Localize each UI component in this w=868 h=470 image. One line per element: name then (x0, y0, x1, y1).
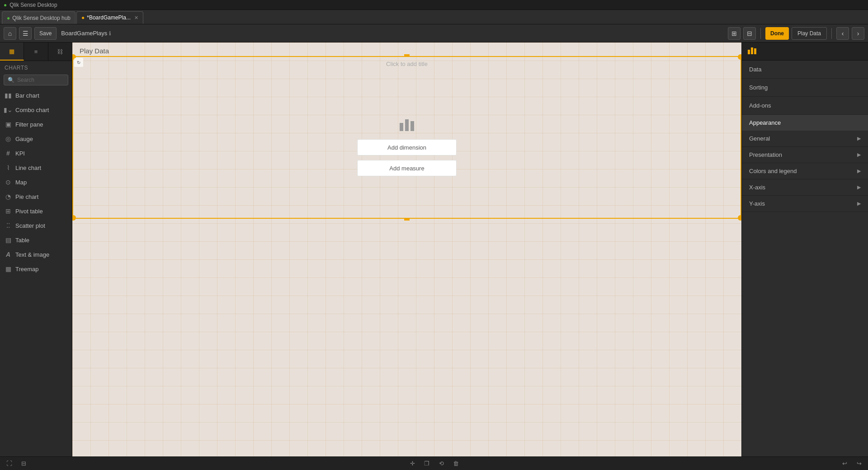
tab-hub-icon: ● (7, 15, 10, 21)
breadcrumb: BoardGamePlays ℹ (61, 30, 111, 37)
status-redo-button[interactable]: ↪ (854, 458, 864, 469)
snap-icon: ✛ (410, 460, 415, 467)
kpi-icon: # (5, 150, 12, 157)
filter-pane-icon: ▣ (5, 121, 12, 128)
tab-close-button[interactable]: ✕ (134, 15, 138, 21)
nav-next-button[interactable]: › (852, 27, 864, 40)
text-image-icon: A (5, 251, 12, 258)
widget-rotate-button[interactable]: ↻ (74, 58, 83, 67)
status-bar: ⛶ ⊟ ✛ ❐ ⟲ 🗑 ↩ ↪ (0, 456, 868, 470)
chart-item-combo[interactable]: ▮⌄ Combo chart (0, 103, 72, 117)
chart-item-scatter[interactable]: ⁚⁚ Scatter plot (0, 218, 72, 233)
widget-handle-top-right[interactable] (738, 54, 741, 60)
widget-title[interactable]: Click to add title (386, 61, 428, 67)
section-general-arrow: ▶ (857, 136, 861, 141)
chart-list: ▮▮ Bar chart ▮⌄ Combo chart ▣ Filter pan… (0, 88, 72, 456)
treemap-icon: ▦ (5, 265, 12, 273)
chart-item-treemap[interactable]: ▦ Treemap (0, 262, 72, 276)
home-icon: ⌂ (8, 30, 12, 37)
charts-label: Charts (0, 61, 72, 73)
svg-rect-3 (748, 50, 750, 54)
right-panel-top (742, 42, 868, 61)
right-panel-chart-icon (747, 46, 756, 56)
save-button[interactable]: Save (34, 27, 57, 40)
view-icon: ⊞ (731, 30, 737, 37)
chart-item-pie[interactable]: ◔ Pie chart (0, 189, 72, 204)
window-title: Qlik Sense Desktop (9, 2, 57, 8)
chart-item-line[interactable]: ⌇ Line chart (0, 160, 72, 175)
view-toggle-button[interactable]: ⊞ (728, 27, 741, 40)
left-tab-fields[interactable]: ≡ (24, 42, 48, 61)
chart-item-bar[interactable]: ▮▮ Bar chart (0, 88, 72, 103)
status-trash-button[interactable]: 🗑 (450, 458, 461, 469)
status-layout-button[interactable]: ⊟ (18, 458, 29, 469)
charts-tab-icon: ▦ (9, 48, 14, 55)
widget-handle-right-center[interactable] (741, 135, 741, 140)
layout-icon: ⊟ (21, 460, 26, 467)
section-colors-header[interactable]: Colors and legend ▶ (742, 163, 868, 179)
right-menu: Data Sorting Add-ons (742, 61, 868, 115)
pivot-table-icon: ⊞ (5, 207, 12, 215)
right-menu-sorting[interactable]: Sorting (742, 79, 868, 97)
status-snap-button[interactable]: ✛ (407, 458, 418, 469)
gauge-icon: ◎ (5, 135, 12, 142)
appearance-header[interactable]: Appearance (742, 115, 868, 131)
main-layout: ▦ ≡ ⛓ Charts 🔍 ▮▮ Bar chart ▮⌄ Combo cha… (0, 42, 868, 456)
done-button[interactable]: Done (765, 27, 789, 40)
app-icon: ● (4, 2, 7, 8)
left-panel: ▦ ≡ ⛓ Charts 🔍 ▮▮ Bar chart ▮⌄ Combo cha… (0, 42, 72, 456)
left-tab-links[interactable]: ⛓ (48, 42, 72, 61)
chart-item-gauge[interactable]: ◎ Gauge (0, 132, 72, 146)
section-general: General ▶ (742, 131, 868, 147)
home-button[interactable]: ⌂ (4, 27, 16, 40)
right-menu-data[interactable]: Data (742, 61, 868, 79)
section-colors: Colors and legend ▶ (742, 163, 868, 179)
status-undo-button[interactable]: ↩ (839, 458, 850, 469)
chart-item-table[interactable]: ▤ Table (0, 233, 72, 247)
menu-icon: ☰ (23, 30, 28, 37)
chart-item-filter[interactable]: ▣ Filter pane (0, 117, 72, 132)
tab-hub[interactable]: ● Qlik Sense Desktop hub (2, 11, 75, 24)
add-measure-button[interactable]: Add measure (357, 160, 457, 176)
chart-item-map[interactable]: ⊙ Map (0, 175, 72, 189)
right-menu-addons[interactable]: Add-ons (742, 97, 868, 115)
section-xaxis-header[interactable]: X-axis ▶ (742, 179, 868, 195)
svg-rect-1 (405, 119, 409, 131)
section-presentation-header[interactable]: Presentation ▶ (742, 147, 868, 163)
chart-item-text[interactable]: A Text & image (0, 247, 72, 262)
status-transform-button[interactable]: ⟲ (436, 458, 447, 469)
breadcrumb-info-icon[interactable]: ℹ (109, 30, 111, 37)
svg-rect-2 (410, 121, 414, 131)
toolbar-right: ⊞ ⊟ Done Play Data ‹ › (728, 27, 864, 40)
section-yaxis: Y-axis ▶ (742, 196, 868, 212)
chart-item-kpi[interactable]: # KPI (0, 146, 72, 160)
section-general-header[interactable]: General ▶ (742, 131, 868, 146)
chart-widget[interactable]: ↻ Click to add title Add dimension Add (72, 56, 741, 219)
left-panel-tabs: ▦ ≡ ⛓ (0, 42, 72, 61)
status-screen-button[interactable]: ⛶ (4, 458, 14, 469)
widget-handle-bottom-center[interactable] (404, 218, 410, 221)
play-data-badge: Play Data (792, 27, 827, 40)
search-icon: 🔍 (8, 77, 14, 83)
add-dimension-button[interactable]: Add dimension (357, 139, 457, 155)
nav-prev-button[interactable]: ‹ (836, 27, 849, 40)
section-yaxis-header[interactable]: Y-axis ▶ (742, 196, 868, 212)
search-input[interactable] (17, 77, 64, 83)
menu-button[interactable]: ☰ (19, 27, 32, 40)
transform-icon: ⟲ (439, 460, 444, 467)
combo-chart-icon: ▮⌄ (5, 106, 12, 113)
screen-icon: ⛶ (6, 460, 12, 467)
chart-item-pivot[interactable]: ⊞ Pivot table (0, 204, 72, 218)
pie-chart-icon: ◔ (5, 193, 12, 200)
tab-boardgame[interactable]: ● *BoardGamePla... ✕ (76, 11, 143, 24)
status-clone-button[interactable]: ❐ (421, 458, 432, 469)
layout-toggle-button[interactable]: ⊟ (743, 27, 756, 40)
tab-boardgame-icon: ● (81, 14, 85, 21)
widget-toolbar: ↻ (74, 58, 83, 67)
widget-handle-top-center[interactable] (404, 54, 410, 57)
search-box: 🔍 (4, 75, 68, 85)
section-presentation: Presentation ▶ (742, 147, 868, 163)
fields-tab-icon: ≡ (34, 48, 38, 55)
left-tab-charts[interactable]: ▦ (0, 42, 24, 61)
widget-content: Add dimension Add measure (73, 75, 741, 218)
